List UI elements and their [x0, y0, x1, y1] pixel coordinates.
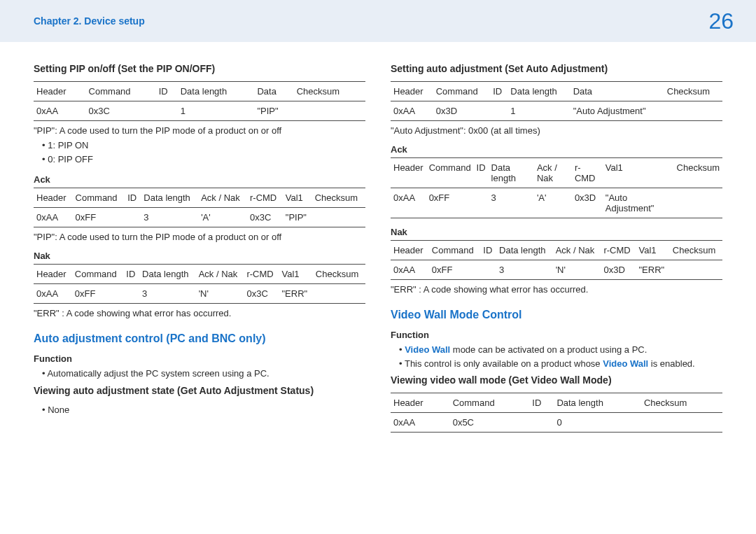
td: [125, 208, 141, 227]
text: mode can be activated on a product using…: [450, 344, 647, 355]
td: "ERR": [636, 260, 670, 280]
td: 0x3D: [433, 101, 490, 121]
td: 0x3C: [247, 208, 283, 227]
ack-heading: Ack: [391, 144, 722, 155]
bullet-list: Automatically adjust the PC system scree…: [34, 367, 365, 381]
td: "PIP": [254, 101, 293, 121]
note-text: "ERR" : A code showing what error has oc…: [391, 284, 722, 295]
section-heading: Setting PIP on/off (Set the PIP ON/OFF): [34, 63, 365, 74]
th: ID: [123, 265, 139, 284]
th: Data length: [139, 265, 196, 284]
th: Ack / Nak: [534, 158, 572, 188]
td: 0x3D: [601, 260, 636, 280]
td: [312, 208, 365, 227]
section-heading-blue: Auto adjustment control (PC and BNC only…: [34, 332, 365, 345]
td: 'N': [553, 260, 601, 280]
th: Command: [429, 241, 481, 260]
td: [641, 413, 722, 433]
bullet-list: Video Wall mode can be activated on a pr…: [391, 343, 722, 370]
td: 0xAA: [391, 101, 433, 121]
td: 0xFF: [72, 284, 124, 304]
th: Val1: [279, 265, 313, 284]
th: Command: [72, 265, 124, 284]
th: Val1: [283, 188, 312, 208]
list-item: None: [42, 403, 365, 417]
th: Command: [73, 188, 125, 208]
auto-adj-ack-table: Header Command ID Data length Ack / Nak …: [391, 157, 722, 218]
td: 0xAA: [34, 208, 73, 227]
video-wall-get-table: Header Command ID Data length Checksum 0…: [391, 393, 722, 433]
td: [664, 101, 722, 121]
nak-heading: Nak: [391, 227, 722, 237]
th: ID: [125, 188, 141, 208]
th: Command: [433, 82, 490, 101]
th: Header: [34, 188, 73, 208]
td: 0x5C: [450, 413, 530, 433]
th: Data length: [141, 188, 198, 208]
list-item: Automatically adjust the PC system scree…: [42, 367, 365, 381]
th: Checksum: [313, 265, 365, 284]
section-heading-blue: Video Wall Mode Control: [391, 309, 722, 321]
right-column: Setting auto adjustment (Set Auto Adjust…: [391, 59, 722, 437]
list-item: This control is only available on a prod…: [399, 357, 722, 371]
pip-nak-table: Header Command ID Data length Ack / Nak …: [34, 264, 365, 304]
left-column: Setting PIP on/off (Set the PIP ON/OFF) …: [34, 59, 365, 437]
th: Val1: [636, 241, 670, 260]
td: 'A': [534, 188, 572, 218]
td: 0xAA: [391, 188, 426, 218]
auto-adj-nak-table: Header Command ID Data length Ack / Nak …: [391, 240, 722, 280]
th: r-CMD: [244, 265, 279, 284]
nak-heading: Nak: [34, 251, 365, 261]
bullet-list: None: [34, 403, 365, 417]
list-item: 1: PIP ON: [42, 139, 365, 153]
th: Checksum: [674, 158, 722, 188]
list-item: Video Wall mode can be activated on a pr…: [399, 343, 722, 357]
section-heading: Setting auto adjustment (Set Auto Adjust…: [391, 63, 722, 74]
blue-term: Video Wall: [405, 344, 450, 355]
th: Data length: [489, 158, 534, 188]
th: Checksum: [312, 188, 365, 208]
note-text: "PIP": A code used to turn the PIP mode …: [34, 232, 365, 242]
th: Header: [391, 241, 429, 260]
pip-set-table: Header Command ID Data length Data Check…: [34, 81, 365, 121]
td: 0: [554, 413, 641, 433]
note-text: "Auto Adjustment": 0x00 (at all times): [391, 125, 722, 136]
td: 0xFF: [429, 260, 481, 280]
td: 0xAA: [391, 413, 450, 433]
page-header: Chapter 2. Device setup 26: [0, 0, 756, 42]
td: [529, 413, 554, 433]
th: ID: [490, 82, 507, 101]
th: r-CMD: [601, 241, 636, 260]
td: 0x3D: [572, 188, 603, 218]
td: [480, 260, 496, 280]
th: Data length: [507, 82, 570, 101]
th: Header: [391, 393, 450, 413]
th: ID: [529, 393, 554, 413]
content: Setting PIP on/off (Set the PIP ON/OFF) …: [0, 42, 756, 437]
td: 3: [141, 208, 198, 227]
th: Header: [34, 82, 86, 101]
td: [490, 101, 507, 121]
td: 'N': [196, 284, 244, 304]
function-heading: Function: [391, 330, 722, 340]
section-heading: Viewing video wall mode (Get Video Wall …: [391, 374, 722, 386]
th: Header: [391, 158, 426, 188]
th: Data: [254, 82, 293, 101]
td: "Auto Adjustment": [570, 101, 664, 121]
function-heading: Function: [34, 353, 365, 364]
page-number: 26: [708, 8, 734, 34]
th: Ack / Nak: [553, 241, 601, 260]
td: 0xAA: [34, 101, 86, 121]
th: Checksum: [664, 82, 722, 101]
th: ID: [480, 241, 496, 260]
note-text: "PIP": A code used to turn the PIP mode …: [34, 125, 365, 136]
text: This control is only available on a prod…: [405, 358, 603, 369]
td: [156, 101, 178, 121]
td: [123, 284, 139, 304]
th: Header: [34, 265, 72, 284]
td: [674, 188, 722, 218]
td: 0xFF: [73, 208, 125, 227]
td: 3: [139, 284, 196, 304]
td: "ERR": [279, 284, 313, 304]
chapter-title: Chapter 2. Device setup: [34, 15, 145, 27]
